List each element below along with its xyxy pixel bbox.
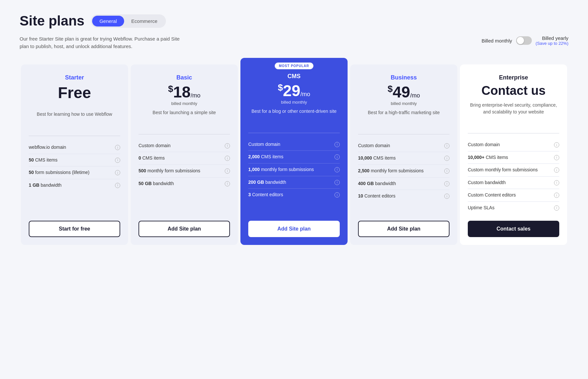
info-icon: i <box>115 158 120 163</box>
feature-text: 2,500 monthly form submissions <box>358 168 442 174</box>
tab-general[interactable]: General <box>92 16 124 26</box>
business-desc: Best for a high-traffic marketing site <box>358 109 449 129</box>
feature-text: Custom monthly form submissions <box>468 167 551 173</box>
feature-item: Uptime SLAs i <box>468 202 559 214</box>
tab-group: General Ecommerce <box>91 14 166 28</box>
info-icon: i <box>444 143 449 148</box>
basic-cta-button[interactable]: Add Site plan <box>139 221 230 237</box>
feature-item: Custom domain i <box>358 140 449 152</box>
enterprise-cta-button[interactable]: Contact sales <box>468 221 559 237</box>
page-header: Site plans General Ecommerce <box>20 13 568 29</box>
billing-monthly-label: Billed monthly <box>482 38 512 43</box>
feature-item: Custom bandwidth i <box>468 177 559 189</box>
info-icon: i <box>225 181 230 186</box>
feature-text: 500 monthly form submissions <box>139 168 222 174</box>
feature-text: Custom domain <box>139 143 222 149</box>
feature-item: Custom domain i <box>248 138 340 151</box>
billing-yearly-label: Billed yearly <box>536 35 568 41</box>
enterprise-plan-name: Enterprise <box>468 74 559 81</box>
feature-text: webflow.io domain <box>29 144 112 151</box>
feature-text: 400 GB bandwidth <box>358 181 442 187</box>
feature-item: 1 GB bandwidth i <box>29 179 120 192</box>
starter-plan-name: Starter <box>29 74 120 81</box>
info-icon: i <box>554 193 559 198</box>
business-cta-button[interactable]: Add Site plan <box>358 221 449 237</box>
billing-toggle-track[interactable] <box>516 36 532 45</box>
info-icon: i <box>115 170 120 175</box>
feature-text: 2,000 CMS items <box>248 154 332 160</box>
basic-billing: billed monthly <box>139 101 230 106</box>
info-icon: i <box>444 181 449 186</box>
cms-desc: Best for a blog or other content-driven … <box>248 108 340 128</box>
starter-price: Free <box>29 84 120 102</box>
feature-text: 0 CMS items <box>139 155 222 162</box>
feature-text: 10,000+ CMS items <box>468 154 551 161</box>
feature-text: 1,000 monthly form submissions <box>248 166 332 173</box>
feature-item: 200 GB bandwidth i <box>248 176 340 189</box>
enterprise-price: Contact us <box>468 84 559 98</box>
billing-yearly-section: Billed yearly (Save up to 22%) <box>536 35 568 46</box>
starter-features: webflow.io domain i 50 CMS items i 50 fo… <box>29 136 120 191</box>
info-icon: i <box>554 142 559 147</box>
billing-toggle-thumb <box>517 37 524 44</box>
billing-save-label: (Save up to 22%) <box>536 41 568 46</box>
feature-text: Custom Content editors <box>468 192 551 198</box>
basic-price: $18/mo <box>139 84 230 101</box>
feature-text: 200 GB bandwidth <box>248 179 332 186</box>
plan-cms: MOST POPULAR CMS $29/mo billed monthly B… <box>240 58 348 245</box>
feature-item: 2,500 monthly form submissions i <box>358 165 449 178</box>
info-icon: i <box>115 145 120 150</box>
info-icon: i <box>444 168 449 174</box>
billing-toggle: Billed monthly Billed yearly (Save up to… <box>482 35 568 46</box>
feature-text: Custom domain <box>468 142 551 148</box>
feature-item: 0 CMS items i <box>139 152 230 165</box>
feature-item: 1,000 monthly form submissions i <box>248 164 340 176</box>
feature-item: Custom Content editors i <box>468 189 559 202</box>
business-plan-name: Business <box>358 74 449 81</box>
info-icon: i <box>225 143 230 148</box>
enterprise-desc: Bring enterprise-level security, complia… <box>468 102 559 128</box>
cms-cta-button[interactable]: Add Site plan <box>248 221 340 237</box>
starter-desc: Best for learning how to use Webflow <box>29 111 120 130</box>
enterprise-features: Custom domain i 10,000+ CMS items i Cust… <box>468 133 559 214</box>
feature-item: Custom monthly form submissions i <box>468 164 559 177</box>
feature-item: webflow.io domain i <box>29 141 120 154</box>
feature-text: 50 form submissions (lifetime) <box>29 169 112 176</box>
feature-item: 10,000 CMS items i <box>358 152 449 165</box>
feature-item: 3 Content editors i <box>248 189 340 201</box>
business-features: Custom domain i 10,000 CMS items i 2,500… <box>358 134 449 202</box>
feature-text: Custom domain <box>248 141 332 148</box>
cms-billing: billed monthly <box>248 100 340 105</box>
plans-grid: Starter Free Best for learning how to us… <box>20 63 568 246</box>
feature-item: 50 CMS items i <box>29 154 120 167</box>
business-billing: billed monthly <box>358 101 449 106</box>
subtitle-text: Our free Starter Site plan is great for … <box>20 35 183 50</box>
info-icon: i <box>554 205 559 211</box>
info-icon: i <box>335 180 340 185</box>
feature-text: 50 CMS items <box>29 157 112 164</box>
most-popular-badge: MOST POPULAR <box>275 62 314 69</box>
cms-plan-name: CMS <box>248 73 340 80</box>
feature-item: Custom domain i <box>139 140 230 152</box>
basic-features: Custom domain i 0 CMS items i 500 monthl… <box>139 134 230 190</box>
feature-item: Custom domain i <box>468 139 559 151</box>
info-icon: i <box>444 156 449 161</box>
feature-text: 3 Content editors <box>248 192 332 198</box>
info-icon: i <box>335 154 340 160</box>
plan-starter: Starter Free Best for learning how to us… <box>21 64 128 245</box>
info-icon: i <box>335 167 340 172</box>
feature-text: Custom domain <box>358 143 442 149</box>
plan-basic: Basic $18/mo billed monthly Best for lau… <box>131 64 238 245</box>
feature-text: Custom bandwidth <box>468 180 551 186</box>
feature-item: 500 monthly form submissions i <box>139 165 230 178</box>
cms-features: Custom domain i 2,000 CMS items i 1,000 … <box>248 133 340 201</box>
tab-ecommerce[interactable]: Ecommerce <box>124 16 165 26</box>
feature-text: Uptime SLAs <box>468 205 551 211</box>
info-icon: i <box>335 142 340 147</box>
feature-item: 50 GB bandwidth i <box>139 178 230 190</box>
info-icon: i <box>225 168 230 174</box>
feature-text: 1 GB bandwidth <box>29 182 112 189</box>
starter-cta-button[interactable]: Start for free <box>29 221 120 237</box>
info-icon: i <box>115 183 120 188</box>
info-icon: i <box>554 167 559 173</box>
